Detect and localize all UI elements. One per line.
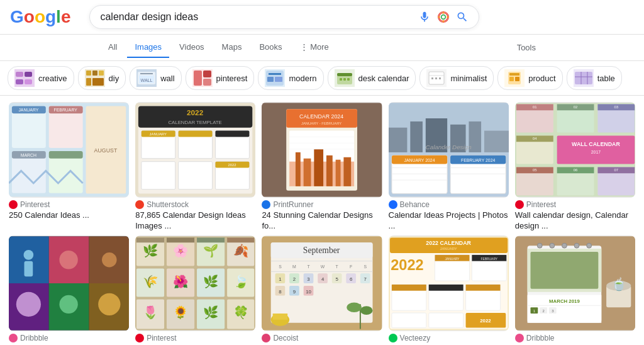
source-row-9: Vecteezy <box>389 334 509 342</box>
svg-text:2022 CALENDAR: 2022 CALENDAR <box>426 240 471 246</box>
nav-books[interactable]: Books <box>252 37 289 58</box>
svg-text:🍃: 🍃 <box>233 274 249 289</box>
filter-modern[interactable]: modern <box>258 66 323 90</box>
svg-text:2: 2 <box>542 309 544 313</box>
result-card-5[interactable]: 01 02 03 04 WALL CALENDAR 2017 <box>515 102 635 232</box>
svg-text:02: 02 <box>574 105 578 109</box>
svg-rect-3 <box>25 72 32 77</box>
svg-rect-23 <box>269 73 281 75</box>
search-button[interactable] <box>456 11 469 23</box>
search-input[interactable] <box>100 11 412 23</box>
mic-icon <box>418 11 431 23</box>
filter-minimalist[interactable]: minimalist <box>419 66 494 90</box>
svg-rect-36 <box>435 77 437 79</box>
svg-rect-168 <box>227 237 254 242</box>
svg-rect-30 <box>343 78 346 81</box>
svg-rect-37 <box>439 77 441 79</box>
filter-table[interactable]: table <box>567 66 622 90</box>
svg-rect-40 <box>509 73 519 76</box>
svg-rect-31 <box>347 78 350 81</box>
search-bar <box>89 5 479 29</box>
header: Google <box>0 0 644 35</box>
table-thumb <box>574 69 594 87</box>
result-card-3[interactable]: CALENDAR 2024 JANUARY - FEBRUARY PrintRu… <box>262 102 382 232</box>
svg-rect-35 <box>431 77 433 79</box>
source-name-10: Dribbble <box>526 334 555 342</box>
filter-diy[interactable]: diy <box>78 66 126 90</box>
svg-text:JANUARY: JANUARY <box>150 132 167 136</box>
favicon-6 <box>9 334 18 342</box>
nav-all[interactable]: All <box>101 37 125 58</box>
caption-3: 24 Stunning Calendar Designs fo... <box>262 210 382 232</box>
svg-text:🌸: 🌸 <box>173 243 189 258</box>
caption-1: 250 Calendar Ideas ... <box>9 210 129 221</box>
svg-text:JANUARY: JANUARY <box>18 108 38 112</box>
source-name-5: Pinterest <box>526 200 556 209</box>
svg-text:5: 5 <box>336 276 339 282</box>
source-row-7: Pinterest <box>135 334 255 342</box>
svg-rect-29 <box>340 78 342 81</box>
result-card-6[interactable]: Dribbble Best Calendar Design Ideas desi… <box>9 235 129 345</box>
favicon-5 <box>515 200 524 209</box>
filter-pinterest[interactable]: pinterest <box>186 66 255 90</box>
result-image-1: JANUARY MARCH FEBRUARY AUGUST <box>9 102 129 198</box>
svg-text:S: S <box>279 264 282 269</box>
filter-wall[interactable]: WALL wall <box>130 66 181 90</box>
svg-point-154 <box>59 295 77 313</box>
svg-rect-165 <box>197 237 225 242</box>
voice-search-button[interactable] <box>418 11 431 23</box>
favicon-3 <box>262 200 270 209</box>
svg-text:2022: 2022 <box>480 318 491 324</box>
svg-rect-239 <box>428 285 463 291</box>
svg-rect-20 <box>203 79 211 86</box>
result-card-4[interactable]: JANUARY 2024 FEBRUARY 2024 Calander Desi… <box>389 102 509 232</box>
filter-diy-label: diy <box>109 74 119 83</box>
result-card-2[interactable]: 2022 CALENDAR TEMPLATE JANUARY 2022 Shut… <box>135 102 255 232</box>
svg-rect-4 <box>16 79 23 84</box>
nav-images[interactable]: Images <box>127 37 169 58</box>
filter-minimalist-label: minimalist <box>450 74 487 83</box>
source-row-1: Pinterest <box>9 200 129 209</box>
svg-rect-5 <box>25 79 32 84</box>
svg-point-251 <box>562 243 567 248</box>
svg-text:🍂: 🍂 <box>233 243 249 258</box>
svg-text:🌺: 🌺 <box>173 274 189 289</box>
nav-tools[interactable]: Tools <box>509 38 543 57</box>
result-card-9[interactable]: 2022 CALENDAR JANUARY 2022 JANUARY FEBRU… <box>389 235 509 345</box>
nav-more[interactable]: ⋮ More <box>292 37 336 58</box>
nav-videos[interactable]: Videos <box>172 37 212 58</box>
svg-rect-242 <box>391 313 426 328</box>
favicon-9 <box>389 334 397 342</box>
result-card-7[interactable]: 🌿 🌸 🌱 🍂 🌾 🌺 <box>135 235 255 345</box>
result-card-10[interactable]: 🍵 MARCH 2019 1 2 3 Dribbble Creative Wal… <box>515 235 635 345</box>
caption-2: 87,865 Calendar Design Ideas Images ... <box>135 210 255 232</box>
svg-text:September: September <box>303 246 340 255</box>
svg-text:WALL: WALL <box>141 78 153 82</box>
svg-rect-91 <box>336 160 341 186</box>
modern-thumb <box>265 69 285 87</box>
filter-creative[interactable]: creative <box>8 66 74 90</box>
result-card-8[interactable]: September S M T W T F S 1 2 3 4 <box>262 235 382 345</box>
filter-product[interactable]: product <box>497 66 562 90</box>
nav-maps[interactable]: Maps <box>214 37 250 58</box>
lens-search-button[interactable] <box>437 11 450 23</box>
svg-text:CALENDAR TEMPLATE: CALENDAR TEMPLATE <box>169 120 222 125</box>
svg-point-249 <box>537 243 542 248</box>
filter-desk-calendar[interactable]: desk calendar <box>328 66 416 90</box>
result-image-4: JANUARY 2024 FEBRUARY 2024 Calander Desi… <box>389 102 509 198</box>
svg-text:3: 3 <box>308 276 311 282</box>
source-name-6: Dribbble <box>20 334 48 342</box>
pinterest-thumb <box>192 69 213 87</box>
svg-point-155 <box>98 293 120 315</box>
lens-icon <box>437 11 450 23</box>
source-row-2: Shutterstock <box>135 200 255 209</box>
filter-pinterest-label: pinterest <box>216 74 248 83</box>
desk-calendar-thumb <box>335 69 355 87</box>
svg-text:2022: 2022 <box>391 257 423 273</box>
svg-rect-73 <box>216 131 250 137</box>
svg-text:🍵: 🍵 <box>611 276 627 291</box>
result-card-1[interactable]: JANUARY MARCH FEBRUARY AUGUST Pinterest … <box>9 102 129 232</box>
results-row-1: JANUARY MARCH FEBRUARY AUGUST Pinterest … <box>0 96 644 232</box>
svg-rect-75 <box>179 162 213 189</box>
svg-text:1: 1 <box>279 276 282 282</box>
